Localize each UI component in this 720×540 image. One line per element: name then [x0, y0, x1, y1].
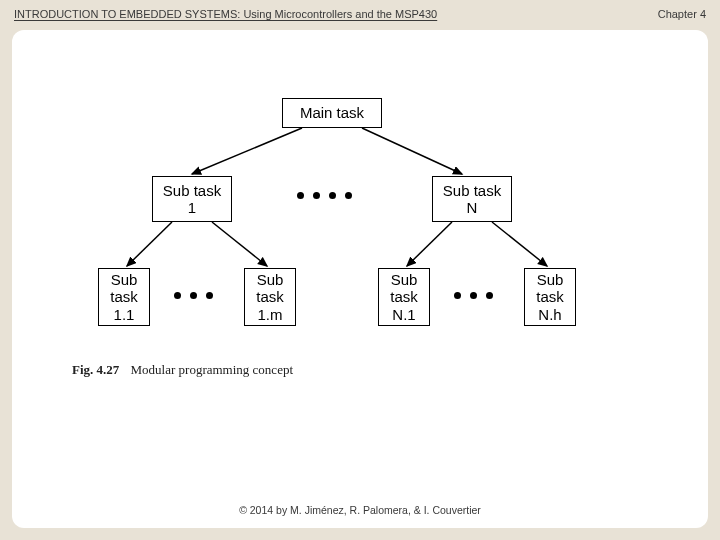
node-sub-task-n-h: Sub task N.h — [524, 268, 576, 326]
figure-number: Fig. 4.27 — [72, 362, 119, 377]
slide-body: Main task Sub task 1 Sub task N Sub task… — [12, 30, 708, 528]
chapter-label: Chapter 4 — [658, 8, 706, 20]
svg-line-1 — [362, 128, 462, 174]
footer-copyright: © 2014 by M. Jiménez, R. Palomera, & I. … — [12, 504, 708, 516]
node-sub-task-1-1: Sub task 1.1 — [98, 268, 150, 326]
ellipsis-level1 — [297, 192, 352, 199]
slide-header: INTRODUCTION TO EMBEDDED SYSTEMS: Using … — [0, 0, 720, 24]
book-title: INTRODUCTION TO EMBEDDED SYSTEMS: Using … — [14, 8, 437, 20]
figure-caption-text: Modular programming concept — [131, 362, 293, 377]
figure-caption: Fig. 4.27 Modular programming concept — [72, 362, 293, 378]
ellipsis-level2-left — [174, 292, 213, 299]
svg-line-4 — [407, 222, 452, 266]
node-sub-task-n: Sub task N — [432, 176, 512, 222]
svg-line-2 — [127, 222, 172, 266]
ellipsis-level2-right — [454, 292, 493, 299]
svg-line-5 — [492, 222, 547, 266]
node-sub-task-n-1: Sub task N.1 — [378, 268, 430, 326]
node-main-task: Main task — [282, 98, 382, 128]
hierarchy-diagram: Main task Sub task 1 Sub task N Sub task… — [62, 70, 622, 400]
node-sub-task-1: Sub task 1 — [152, 176, 232, 222]
node-sub-task-1-m: Sub task 1.m — [244, 268, 296, 326]
svg-line-3 — [212, 222, 267, 266]
svg-line-0 — [192, 128, 302, 174]
